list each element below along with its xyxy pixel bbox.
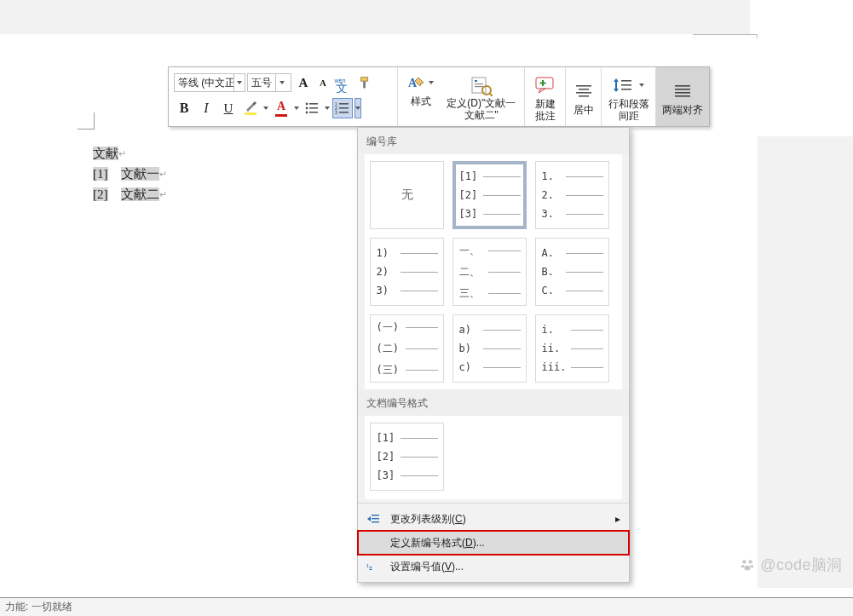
chevron-down-icon[interactable] xyxy=(428,81,435,84)
svg-rect-25 xyxy=(579,89,589,90)
comment-icon xyxy=(534,76,556,95)
doc-heading[interactable]: 文献 xyxy=(93,147,118,160)
define-style-button[interactable]: 定义(D)"文献一 文献二" xyxy=(441,71,522,124)
phonetic-guide-button[interactable]: wén文 xyxy=(332,72,353,93)
menu-set-numbering-value[interactable]: ¹₂ 设置编号值(V)... xyxy=(358,555,629,579)
chevron-down-icon[interactable] xyxy=(262,107,269,110)
svg-point-39 xyxy=(742,560,746,563)
italic-button[interactable]: I xyxy=(196,98,216,118)
set-value-icon: ¹₂ xyxy=(365,561,382,573)
define-label-1: 定义(D)"文献一 xyxy=(447,97,516,109)
numbering-icon: 123 xyxy=(335,101,350,116)
svg-rect-5 xyxy=(309,107,318,109)
bullets-icon xyxy=(304,101,320,116)
numbering-option[interactable]: [1] [2] [3] xyxy=(452,161,527,229)
menu-label: 更改列表级别(C) xyxy=(390,512,466,527)
svg-rect-29 xyxy=(621,84,631,86)
indent-icon xyxy=(365,513,382,525)
svg-point-43 xyxy=(745,566,751,571)
status-bar: 力能: 一切就绪 xyxy=(0,597,853,616)
svg-rect-15 xyxy=(472,78,486,93)
numbering-option[interactable]: (一) (二) (三) xyxy=(370,314,444,383)
menu-change-list-level[interactable]: 更改列表级别(C) ▸ xyxy=(358,507,629,531)
menu-label: 设置编号值(V)... xyxy=(390,560,464,574)
chevron-down-icon[interactable] xyxy=(275,74,287,91)
font-size-combo[interactable]: 五号 xyxy=(247,73,291,92)
font-color-button[interactable]: A xyxy=(271,98,291,118)
svg-point-6 xyxy=(306,112,308,114)
page-corner xyxy=(78,112,95,130)
phonetic-icon: wén文 xyxy=(332,72,353,93)
numbering-gallery: 无 [1] [2] [3] 1. 2. 3. 1) 2) 3) 一、 二、 三、 xyxy=(365,154,622,389)
svg-rect-32 xyxy=(675,89,690,90)
watermark: @code脑洞 xyxy=(740,555,843,575)
numbering-option[interactable]: a) b) c) xyxy=(452,314,527,383)
chevron-down-icon[interactable] xyxy=(324,107,331,110)
svg-rect-34 xyxy=(675,95,690,97)
panel-heading-library: 编号库 xyxy=(358,128,629,154)
find-style-icon xyxy=(470,76,493,96)
font-size-value: 五号 xyxy=(248,76,275,90)
document-body[interactable]: 文献↵ [1] 文献一↵ [2] 文献二↵ xyxy=(93,143,167,204)
svg-rect-3 xyxy=(309,103,318,105)
numbering-dropdown[interactable] xyxy=(354,98,361,118)
increase-font-button[interactable]: A xyxy=(293,72,314,93)
styles-label: 样式 xyxy=(411,95,431,109)
list-item-text[interactable]: 文献二 xyxy=(121,187,159,201)
styles-button[interactable]: A xyxy=(406,72,427,93)
numbering-option[interactable]: A. B. C. xyxy=(535,238,609,306)
floating-mini-toolbar: 等线 (中文正 五号 A A wén文 B I U xyxy=(168,66,710,127)
paw-icon xyxy=(740,557,755,573)
menu-define-new-number-format[interactable]: 定义新编号格式(D)... xyxy=(358,531,629,555)
highlight-button[interactable] xyxy=(240,98,261,118)
numbering-option-none[interactable]: 无 xyxy=(370,161,444,229)
svg-point-40 xyxy=(749,560,752,563)
svg-text:3: 3 xyxy=(335,110,337,115)
numbering-button[interactable]: 123 xyxy=(332,98,353,118)
numbering-option[interactable]: [1] [2] [3] xyxy=(370,423,444,491)
define-label-2: 文献二" xyxy=(464,109,499,121)
svg-line-20 xyxy=(489,93,493,96)
svg-rect-18 xyxy=(475,86,483,87)
svg-rect-11 xyxy=(339,107,349,109)
line-spacing-button[interactable]: 行和段落 间距 xyxy=(602,67,656,126)
svg-rect-13 xyxy=(339,112,349,113)
svg-rect-9 xyxy=(339,103,349,105)
new-comment-button[interactable]: 新建 批注 xyxy=(525,67,566,126)
svg-point-4 xyxy=(306,107,308,110)
numbering-dropdown-panel: 编号库 无 [1] [2] [3] 1. 2. 3. 1) 2) 3) 一、 xyxy=(357,127,630,583)
svg-text:A: A xyxy=(408,77,418,89)
chevron-right-icon: ▸ xyxy=(615,513,620,525)
svg-point-42 xyxy=(751,565,754,568)
svg-rect-16 xyxy=(475,80,477,82)
svg-rect-28 xyxy=(621,80,631,82)
underline-button[interactable]: U xyxy=(218,98,239,118)
status-prefix: 力能: xyxy=(5,600,28,614)
font-name-value: 等线 (中文正 xyxy=(175,76,233,90)
chevron-down-icon[interactable] xyxy=(293,107,300,110)
align-justify-icon xyxy=(673,83,692,99)
svg-rect-31 xyxy=(675,85,690,87)
list-number[interactable]: [1] xyxy=(93,167,108,181)
justify-button[interactable]: 两端对齐 xyxy=(656,67,709,126)
list-number[interactable]: [2] xyxy=(93,187,108,201)
svg-rect-27 xyxy=(579,95,589,97)
page-edge xyxy=(693,34,758,38)
svg-rect-24 xyxy=(576,85,591,87)
center-align-button[interactable]: 居中 xyxy=(566,67,602,126)
menu-label: 定义新编号格式(D)... xyxy=(390,536,485,550)
decrease-font-button[interactable]: A xyxy=(315,72,331,93)
bullets-button[interactable] xyxy=(302,98,322,118)
chevron-down-icon[interactable] xyxy=(233,74,245,91)
svg-rect-35 xyxy=(372,515,379,515)
align-center-icon xyxy=(574,83,593,99)
format-painter-button[interactable] xyxy=(354,72,375,93)
svg-text:¹₂: ¹₂ xyxy=(366,562,372,572)
numbering-option[interactable]: 1. 2. 3. xyxy=(535,161,609,229)
numbering-option[interactable]: i. ii. iii. xyxy=(535,314,609,383)
font-name-combo[interactable]: 等线 (中文正 xyxy=(174,73,245,92)
bold-button[interactable]: B xyxy=(174,98,194,118)
list-item-text[interactable]: 文献一 xyxy=(121,167,159,181)
numbering-option[interactable]: 1) 2) 3) xyxy=(370,238,444,306)
numbering-option[interactable]: 一、 二、 三、 xyxy=(452,238,527,306)
